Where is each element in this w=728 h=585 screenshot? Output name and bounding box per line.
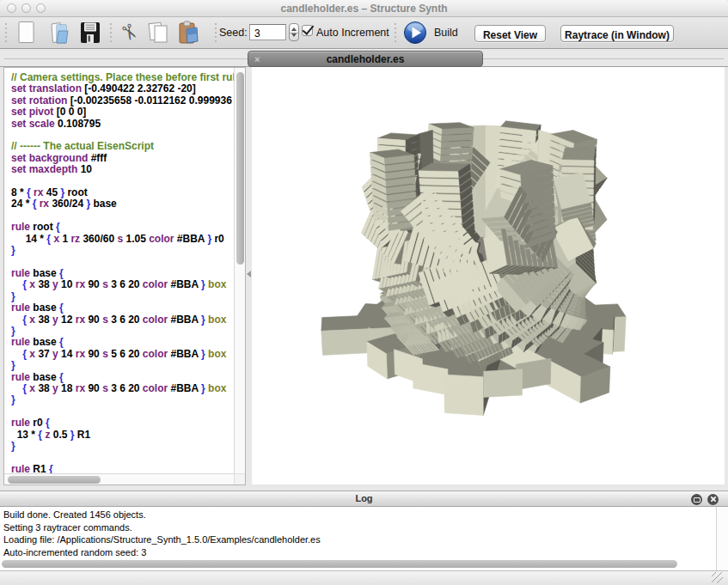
scrollbar-thumb[interactable]	[2, 560, 677, 568]
tab-bar: × candleholder.es	[0, 49, 728, 67]
titlebar[interactable]: candleholder.es – Structure Synth	[0, 0, 728, 17]
cut-icon[interactable]: ✂	[113, 16, 145, 49]
code-editor[interactable]: // Camera settings. Place these before f…	[3, 67, 246, 485]
viewport-3d[interactable]	[252, 67, 725, 484]
tab-candleholder[interactable]: × candleholder.es	[248, 51, 483, 67]
seed-input[interactable]	[249, 24, 286, 40]
scrollbar-corner	[234, 473, 245, 484]
raytrace-button[interactable]: Raytrace (in Window)	[560, 25, 674, 42]
splitter-grip-icon[interactable]	[247, 271, 251, 277]
editor-vertical-scrollbar[interactable]	[234, 68, 245, 473]
log-dock-header[interactable]: Log	[0, 491, 728, 507]
toolbar-separator	[215, 23, 217, 44]
seed-label: Seed:	[219, 27, 248, 39]
log-close-icon[interactable]	[707, 494, 719, 505]
scrollbar-thumb[interactable]	[236, 72, 244, 265]
toolbar: ✂ Seed: Auto Increment Buil	[0, 17, 728, 49]
log-lines: Build done. Created 1456 objects. Settin…	[3, 509, 321, 558]
log-vertical-scrollbar[interactable]	[716, 507, 728, 570]
code-text[interactable]: // Camera settings. Place these before f…	[4, 68, 234, 473]
reset-view-button[interactable]: Reset View	[474, 25, 546, 42]
copy-icon[interactable]	[146, 21, 170, 45]
tab-label: candleholder.es	[248, 53, 482, 65]
build-label[interactable]: Build	[434, 27, 458, 39]
log-float-icon[interactable]	[691, 494, 702, 505]
editor-horizontal-scrollbar[interactable]	[4, 473, 234, 484]
seed-stepper[interactable]	[289, 23, 299, 41]
open-file-icon[interactable]	[47, 21, 71, 45]
build-icon[interactable]	[403, 21, 427, 45]
scrollbar-thumb[interactable]	[8, 476, 101, 484]
log-dock-title: Log	[0, 493, 728, 503]
toolbar-separator	[395, 23, 396, 44]
log-horizontal-scrollbar[interactable]	[0, 559, 715, 570]
status-bar	[0, 570, 728, 585]
paste-icon[interactable]	[176, 21, 200, 45]
new-file-icon[interactable]	[15, 21, 39, 45]
window-title: candleholder.es – Structure Synth	[0, 3, 728, 15]
toolbar-separator	[5, 23, 7, 44]
auto-increment-label: Auto Increment	[316, 27, 389, 39]
toolbar-separator	[110, 23, 112, 44]
candleholder-3d-canvas[interactable]	[252, 67, 725, 484]
save-icon[interactable]	[78, 21, 102, 45]
resize-grip-icon[interactable]	[712, 572, 723, 583]
log-panel[interactable]: Build done. Created 1456 objects. Settin…	[0, 507, 728, 570]
app-window: candleholder.es – Structure Synth ✂	[0, 0, 728, 585]
auto-increment-checkbox[interactable]	[302, 25, 313, 36]
